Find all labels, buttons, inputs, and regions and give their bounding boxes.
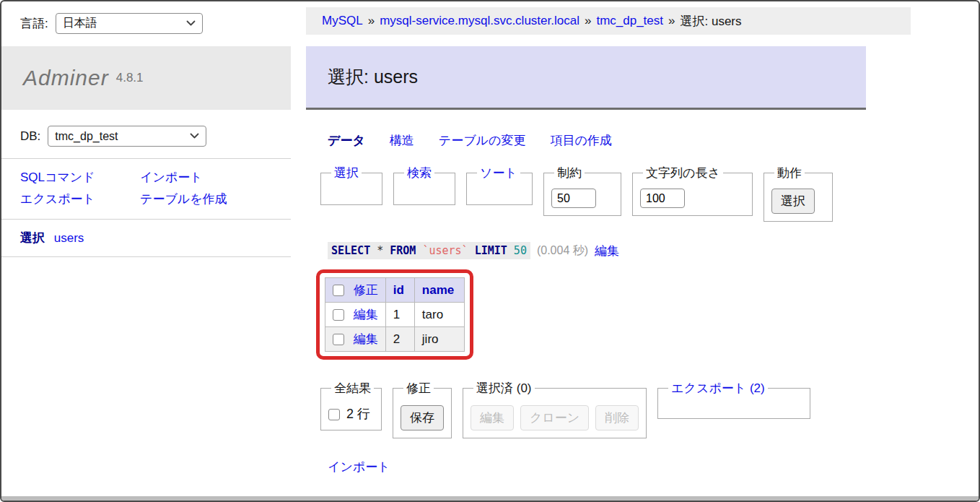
text-length-input[interactable] — [640, 189, 685, 208]
fieldset-selected: 選択済 (0) 編集 クローン 削除 — [463, 380, 647, 438]
breadcrumb-separator: » — [585, 14, 591, 28]
sidebar-actions: SQLコマンド インポート エクスポート テーブルを作成 — [20, 169, 227, 207]
db-select-value: tmc_dp_test — [55, 130, 118, 143]
language-select-value: 日本語 — [63, 16, 97, 31]
select-columns-link[interactable]: 選択 — [334, 166, 359, 180]
tabs: データ 構造 テーブルの変更 項目の作成 — [328, 132, 979, 149]
sql-query: SELECT * FROM `users` LIMIT 50 — [328, 242, 530, 259]
sort-link[interactable]: ソート — [480, 166, 517, 180]
breadcrumb-server-type[interactable]: MySQL — [322, 14, 363, 28]
db-select[interactable]: tmc_dp_test — [48, 126, 206, 147]
action-select-button[interactable]: 選択 — [771, 189, 815, 214]
bottom-actions-row: 全結果 2 行 修正 保存 選択済 (0) 編集 クロー — [320, 380, 979, 438]
sql-token: `users` — [416, 244, 474, 257]
fieldset-limit: 制約 — [543, 165, 621, 216]
breadcrumb-current: 選択: users — [680, 13, 741, 30]
window-bottom-edge — [1, 496, 979, 501]
fieldset-text-length: 文字列の長さ — [632, 165, 753, 216]
sidebar-link-create-table[interactable]: テーブルを作成 — [140, 191, 227, 207]
tab-create-column[interactable]: 項目の作成 — [550, 132, 611, 149]
result-block: 修正 id name 編集 — [316, 269, 979, 363]
limit-legend: 制約 — [554, 165, 585, 181]
fieldset-body — [474, 184, 525, 197]
modify-all-link[interactable]: 修正 — [354, 283, 378, 297]
fieldset-select: 選択 — [320, 165, 382, 205]
save-button[interactable]: 保存 — [401, 405, 444, 430]
language-select[interactable]: 日本語 — [56, 13, 203, 34]
app-name: Adminer — [23, 66, 109, 90]
query-line: SELECT * FROM `users` LIMIT 50 (0.004 秒)… — [328, 242, 979, 259]
row-checkbox[interactable] — [333, 309, 344, 321]
export-link[interactable]: エクスポート (2) — [671, 381, 765, 395]
limit-input[interactable] — [551, 189, 596, 208]
breadcrumb-separator: » — [668, 14, 675, 28]
sql-token: LIMIT — [475, 244, 507, 257]
row-checkbox[interactable] — [333, 334, 344, 345]
sql-token: 50 — [507, 244, 527, 257]
row-edit-link[interactable]: 編集 — [354, 332, 378, 346]
sidebar-link-import[interactable]: インポート — [140, 169, 227, 186]
query-time: (0.004 秒) — [537, 243, 588, 259]
selected-legend: 選択済 (0) — [473, 380, 535, 397]
text-length-legend: 文字列の長さ — [643, 165, 723, 181]
tab-alter-table[interactable]: テーブルの変更 — [439, 132, 526, 149]
chevron-down-icon — [186, 20, 196, 27]
all-results-checkbox[interactable] — [328, 409, 340, 420]
db-label: DB: — [20, 129, 40, 144]
cell-name: jiro — [414, 327, 464, 352]
sidebar-link-export[interactable]: エクスポート — [20, 191, 140, 207]
table-name-link[interactable]: users — [54, 231, 84, 245]
sql-token: SELECT — [331, 244, 370, 257]
adminer-logo: Adminer 4.8.1 — [1, 46, 291, 110]
tab-data[interactable]: データ — [328, 132, 365, 149]
language-label: 言語: — [20, 15, 48, 32]
breadcrumb-server[interactable]: mysql-service.mysql.svc.cluster.local — [380, 14, 579, 28]
language-bar: 言語: 日本語 — [1, 1, 306, 35]
search-link[interactable]: 検索 — [407, 166, 432, 180]
row-edit-link[interactable]: 編集 — [354, 308, 378, 321]
fieldset-body — [665, 399, 802, 411]
fieldset-sort: ソート — [466, 165, 533, 205]
fieldset-all-results: 全結果 2 行 — [320, 380, 382, 430]
fieldset-body — [401, 184, 447, 197]
divider — [1, 256, 291, 257]
all-results-legend: 全結果 — [331, 380, 374, 397]
delete-selected-button: 削除 — [595, 405, 639, 430]
select-all-checkbox[interactable] — [333, 285, 344, 296]
cell-id: 1 — [385, 303, 414, 327]
breadcrumb-separator: » — [368, 14, 375, 28]
fieldset-action: 動作 選択 — [764, 165, 833, 222]
fieldset-export: エクスポート (2) — [657, 380, 810, 419]
divider — [1, 219, 291, 220]
breadcrumb-database[interactable]: tmc_dp_test — [596, 14, 663, 28]
sql-token: FROM — [390, 244, 416, 257]
column-header-name[interactable]: name — [422, 283, 454, 297]
filter-row: 選択 検索 ソート 制約 文字列の長さ — [320, 165, 979, 222]
chevron-down-icon — [190, 133, 199, 139]
cell-id: 2 — [385, 327, 414, 352]
clone-selected-button: クローン — [520, 405, 589, 430]
action-legend: 動作 — [774, 165, 805, 181]
table-select-link[interactable]: 選択 — [20, 231, 45, 245]
table-row: 編集 1 taro — [325, 303, 465, 327]
page-title: 選択: users — [306, 46, 866, 110]
cell-name: taro — [414, 303, 464, 327]
sql-token: * — [370, 244, 390, 257]
tab-structure[interactable]: 構造 — [390, 132, 414, 149]
column-header-id[interactable]: id — [393, 283, 404, 297]
all-results-label: 2 行 — [346, 407, 370, 421]
fieldset-modify: 修正 保存 — [393, 380, 452, 438]
highlight-annotation: 修正 id name 編集 — [316, 269, 473, 360]
app-version: 4.8.1 — [116, 71, 144, 85]
table-list: 選択 users — [20, 230, 306, 246]
sidebar-link-sql-command[interactable]: SQLコマンド — [20, 169, 140, 186]
adminer-window: 言語: 日本語 Adminer 4.8.1 DB: tmc_dp_test — [0, 0, 980, 502]
table-header-row: 修正 id name — [325, 278, 465, 303]
modify-legend: 修正 — [403, 380, 434, 397]
query-edit-link[interactable]: 編集 — [595, 243, 619, 259]
import-row: インポート — [328, 459, 979, 475]
edit-selected-button: 編集 — [471, 405, 514, 430]
db-selector-row: DB: tmc_dp_test — [20, 126, 306, 147]
divider — [1, 158, 291, 159]
import-link[interactable]: インポート — [328, 460, 390, 474]
